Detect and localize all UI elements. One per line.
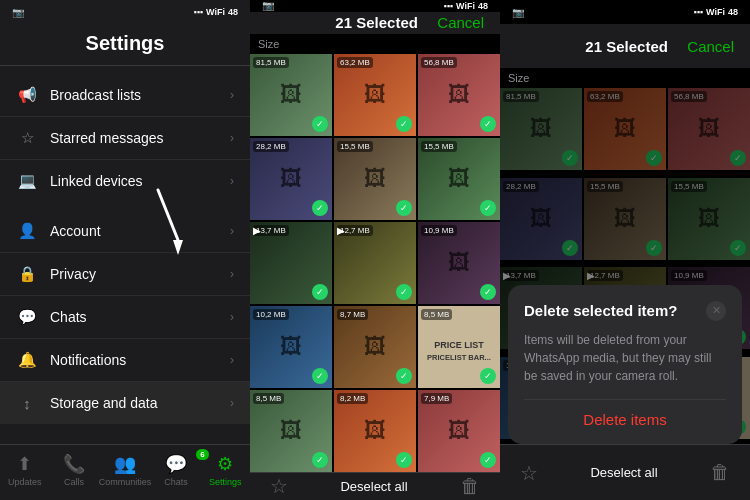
media-cell-3[interactable]: 28,2 MB🖼✓ [500,178,582,260]
check-badge-2: ✓ [730,150,746,166]
dialog-header: Delete selected item? ✕ [524,301,726,321]
settings-item-linked[interactable]: 💻 Linked devices › [0,160,250,202]
account-icon: 👤 [16,220,38,242]
check-badge-7: ✓ [396,284,412,300]
media-cell-13[interactable]: 8,2 MB🖼✓ [334,390,416,472]
check-badge-0: ✓ [312,116,328,132]
check-badge-1: ✓ [396,116,412,132]
status-right-3: ▪▪▪ WiFi 48 [693,7,738,17]
check-badge-6: ✓ [312,284,328,300]
media-header-2: 21 Selected Cancel [250,12,500,34]
settings-item-account[interactable]: 👤 Account › [0,210,250,253]
media-cell-7[interactable]: 12,7 MB▶✓ [334,222,416,304]
settings-item-chats[interactable]: 💬 Chats › [0,296,250,339]
star-button-3[interactable]: ☆ [520,461,538,485]
media-grid-2: 81,5 MB🖼✓63,2 MB🖼✓56,8 MB🖼✓28,2 MB🖼✓15,5… [250,54,500,472]
check-badge-5: ✓ [480,200,496,216]
media-cell-4[interactable]: 15,5 MB🖼✓ [584,178,666,260]
media-panel-3: 📷 ▪▪▪ WiFi 48 21 Selected Cancel Size 81… [500,0,750,500]
wifi-3: WiFi [706,7,725,17]
signal-icon: ▪▪▪ [193,7,203,17]
check-badge-10: ✓ [396,368,412,384]
settings-item-broadcast[interactable]: 📢 Broadcast lists › [0,74,250,117]
status-left-3: 📷 [512,7,524,18]
price-text-11: PRICE LISTPRICELIST BAR... [420,340,498,363]
tab-bar: ⬆ Updates 📞 Calls 👥 Communities 💬 Chats … [0,444,250,500]
status-bar-2: 📷 ▪▪▪ WiFi 48 [250,0,500,12]
status-bar-left: 📷 [12,7,24,18]
tab-chats[interactable]: 💬 Chats 6 [151,453,200,487]
linked-devices-icon: 💻 [16,170,38,192]
media-cell-3[interactable]: 28,2 MB🖼✓ [250,138,332,220]
settings-item-storage[interactable]: ↕ Storage and data › [0,382,250,424]
dialog-divider [524,399,726,400]
settings-item-help[interactable]: ❓ Help › [0,432,250,444]
check-badge-13: ✓ [396,452,412,468]
delete-items-button[interactable]: Delete items [524,411,726,428]
media-cell-2[interactable]: 56,8 MB🖼✓ [668,88,750,170]
media-cell-0[interactable]: 81,5 MB🖼✓ [500,88,582,170]
media-cell-14[interactable]: 7,9 MB🖼✓ [418,390,500,472]
check-badge-4: ✓ [396,200,412,216]
media-cell-5[interactable]: 15,5 MB🖼✓ [418,138,500,220]
size-label-3: Size [500,68,750,88]
delete-button-2[interactable]: 🗑 [460,475,480,498]
cancel-button-2[interactable]: Cancel [437,14,484,31]
check-badge-3: ✓ [312,200,328,216]
settings-item-linked-label: Linked devices [50,173,230,189]
settings-tab-icon: ⚙ [217,453,233,475]
calls-icon: 📞 [63,453,85,475]
communities-icon: 👥 [114,453,136,475]
media-cell-1[interactable]: 63,2 MB🖼✓ [584,88,666,170]
chats-badge: 6 [196,449,208,460]
storage-icon: ↕ [16,392,38,414]
media-cell-4[interactable]: 15,5 MB🖼✓ [334,138,416,220]
media-cell-12[interactable]: 8,5 MB🖼✓ [250,390,332,472]
media-panel-2: 📷 ▪▪▪ WiFi 48 21 Selected Cancel Size 81… [250,0,500,500]
video-icon-6: ▶ [253,225,261,236]
cancel-button-3[interactable]: Cancel [687,38,734,55]
tab-communities-label: Communities [99,477,152,487]
dialog-close-button[interactable]: ✕ [706,301,726,321]
settings-section-2: 👤 Account › 🔒 Privacy › 💬 Chats › 🔔 Noti… [0,210,250,424]
media-cell-10[interactable]: 8,7 MB🖼✓ [334,306,416,388]
settings-item-broadcast-label: Broadcast lists [50,87,230,103]
delete-button-3[interactable]: 🗑 [710,461,730,484]
video-icon-6: ▶ [503,270,511,281]
media-cell-0[interactable]: 81,5 MB🖼✓ [250,54,332,136]
media-cell-2[interactable]: 56,8 MB🖼✓ [418,54,500,136]
notifications-icon: 🔔 [16,349,38,371]
media-cell-11[interactable]: 8,5 MBPRICE LISTPRICELIST BAR...✓ [418,306,500,388]
media-cell-1[interactable]: 63,2 MB🖼✓ [334,54,416,136]
video-icon-7: ▶ [337,225,345,236]
deselect-button-3[interactable]: Deselect all [590,465,657,480]
check-badge-14: ✓ [480,452,496,468]
settings-item-notifications[interactable]: 🔔 Notifications › [0,339,250,382]
settings-item-notifications-label: Notifications [50,352,230,368]
media-bottom-bar-3: ☆ Deselect all 🗑 [500,444,750,500]
media-bottom-bar-2: ☆ Deselect all 🗑 [250,472,500,500]
check-badge-2: ✓ [480,116,496,132]
broadcast-icon: 📢 [16,84,38,106]
deselect-button-2[interactable]: Deselect all [340,479,407,494]
size-label-2: Size [250,34,500,54]
media-cell-8[interactable]: 10,9 MB🖼✓ [418,222,500,304]
chats-icon: 💬 [16,306,38,328]
media-cell-9[interactable]: 10,2 MB🖼✓ [250,306,332,388]
selected-count-2: 21 Selected [316,14,437,31]
settings-item-privacy[interactable]: 🔒 Privacy › [0,253,250,296]
tab-calls[interactable]: 📞 Calls [49,453,98,487]
settings-item-privacy-label: Privacy [50,266,230,282]
media-cell-5[interactable]: 15,5 MB🖼✓ [668,178,750,260]
video-icon-7: ▶ [587,270,595,281]
tab-updates[interactable]: ⬆ Updates [0,453,49,487]
status-bar-right: ▪▪▪ WiFi 48 [193,7,238,17]
settings-item-starred[interactable]: ☆ Starred messages › [0,117,250,160]
tab-communities[interactable]: 👥 Communities [99,453,152,487]
signal-3: ▪▪▪ [693,7,703,17]
settings-section-1: 📢 Broadcast lists › ☆ Starred messages ›… [0,74,250,202]
media-header-3: 21 Selected Cancel [500,24,750,68]
starred-icon: ☆ [16,127,38,149]
star-button-2[interactable]: ☆ [270,474,288,498]
media-cell-6[interactable]: 13,7 MB▶✓ [250,222,332,304]
